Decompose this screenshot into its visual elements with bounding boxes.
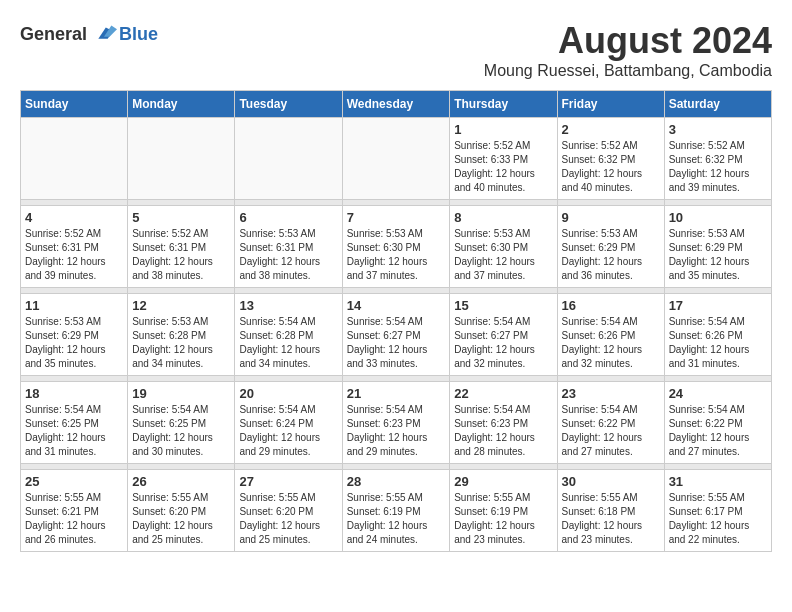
day-detail: Sunrise: 5:54 AM Sunset: 6:25 PM Dayligh…	[25, 403, 123, 459]
day-number: 29	[454, 474, 552, 489]
calendar-cell	[21, 118, 128, 200]
day-detail: Sunrise: 5:54 AM Sunset: 6:26 PM Dayligh…	[669, 315, 767, 371]
calendar-cell: 21Sunrise: 5:54 AM Sunset: 6:23 PM Dayli…	[342, 382, 450, 464]
calendar-header-friday: Friday	[557, 91, 664, 118]
day-detail: Sunrise: 5:54 AM Sunset: 6:25 PM Dayligh…	[132, 403, 230, 459]
day-number: 9	[562, 210, 660, 225]
title-area: August 2024 Moung Ruessei, Battambang, C…	[484, 20, 772, 80]
calendar-cell: 22Sunrise: 5:54 AM Sunset: 6:23 PM Dayli…	[450, 382, 557, 464]
calendar-cell: 29Sunrise: 5:55 AM Sunset: 6:19 PM Dayli…	[450, 470, 557, 552]
calendar-cell: 26Sunrise: 5:55 AM Sunset: 6:20 PM Dayli…	[128, 470, 235, 552]
calendar-cell: 12Sunrise: 5:53 AM Sunset: 6:28 PM Dayli…	[128, 294, 235, 376]
day-detail: Sunrise: 5:53 AM Sunset: 6:28 PM Dayligh…	[132, 315, 230, 371]
calendar-cell: 7Sunrise: 5:53 AM Sunset: 6:30 PM Daylig…	[342, 206, 450, 288]
day-number: 17	[669, 298, 767, 313]
calendar-cell	[128, 118, 235, 200]
calendar-week-3: 11Sunrise: 5:53 AM Sunset: 6:29 PM Dayli…	[21, 294, 772, 376]
day-detail: Sunrise: 5:54 AM Sunset: 6:23 PM Dayligh…	[347, 403, 446, 459]
logo: General Blue	[20, 20, 158, 48]
day-detail: Sunrise: 5:54 AM Sunset: 6:27 PM Dayligh…	[454, 315, 552, 371]
day-detail: Sunrise: 5:53 AM Sunset: 6:29 PM Dayligh…	[669, 227, 767, 283]
day-number: 1	[454, 122, 552, 137]
day-detail: Sunrise: 5:55 AM Sunset: 6:21 PM Dayligh…	[25, 491, 123, 547]
day-detail: Sunrise: 5:54 AM Sunset: 6:24 PM Dayligh…	[239, 403, 337, 459]
calendar-cell: 10Sunrise: 5:53 AM Sunset: 6:29 PM Dayli…	[664, 206, 771, 288]
logo-bird-icon	[89, 20, 117, 48]
day-detail: Sunrise: 5:53 AM Sunset: 6:29 PM Dayligh…	[562, 227, 660, 283]
day-number: 16	[562, 298, 660, 313]
day-number: 2	[562, 122, 660, 137]
day-number: 6	[239, 210, 337, 225]
calendar-cell: 5Sunrise: 5:52 AM Sunset: 6:31 PM Daylig…	[128, 206, 235, 288]
day-detail: Sunrise: 5:55 AM Sunset: 6:19 PM Dayligh…	[454, 491, 552, 547]
calendar-cell: 31Sunrise: 5:55 AM Sunset: 6:17 PM Dayli…	[664, 470, 771, 552]
day-detail: Sunrise: 5:55 AM Sunset: 6:18 PM Dayligh…	[562, 491, 660, 547]
day-number: 22	[454, 386, 552, 401]
day-number: 7	[347, 210, 446, 225]
day-detail: Sunrise: 5:52 AM Sunset: 6:32 PM Dayligh…	[669, 139, 767, 195]
day-detail: Sunrise: 5:53 AM Sunset: 6:31 PM Dayligh…	[239, 227, 337, 283]
day-detail: Sunrise: 5:54 AM Sunset: 6:23 PM Dayligh…	[454, 403, 552, 459]
calendar-header-saturday: Saturday	[664, 91, 771, 118]
day-detail: Sunrise: 5:54 AM Sunset: 6:27 PM Dayligh…	[347, 315, 446, 371]
day-detail: Sunrise: 5:54 AM Sunset: 6:26 PM Dayligh…	[562, 315, 660, 371]
calendar-week-1: 1Sunrise: 5:52 AM Sunset: 6:33 PM Daylig…	[21, 118, 772, 200]
day-number: 24	[669, 386, 767, 401]
logo-text-blue: Blue	[119, 24, 158, 45]
day-number: 14	[347, 298, 446, 313]
calendar-cell: 4Sunrise: 5:52 AM Sunset: 6:31 PM Daylig…	[21, 206, 128, 288]
day-detail: Sunrise: 5:55 AM Sunset: 6:17 PM Dayligh…	[669, 491, 767, 547]
day-detail: Sunrise: 5:54 AM Sunset: 6:28 PM Dayligh…	[239, 315, 337, 371]
day-detail: Sunrise: 5:55 AM Sunset: 6:19 PM Dayligh…	[347, 491, 446, 547]
calendar-cell: 14Sunrise: 5:54 AM Sunset: 6:27 PM Dayli…	[342, 294, 450, 376]
calendar-cell: 19Sunrise: 5:54 AM Sunset: 6:25 PM Dayli…	[128, 382, 235, 464]
day-number: 25	[25, 474, 123, 489]
calendar-cell: 27Sunrise: 5:55 AM Sunset: 6:20 PM Dayli…	[235, 470, 342, 552]
calendar-table: SundayMondayTuesdayWednesdayThursdayFrid…	[20, 90, 772, 552]
day-number: 28	[347, 474, 446, 489]
calendar-header-wednesday: Wednesday	[342, 91, 450, 118]
day-detail: Sunrise: 5:54 AM Sunset: 6:22 PM Dayligh…	[669, 403, 767, 459]
calendar-header-row: SundayMondayTuesdayWednesdayThursdayFrid…	[21, 91, 772, 118]
header: General Blue August 2024 Moung Ruessei, …	[20, 20, 772, 80]
day-number: 12	[132, 298, 230, 313]
day-number: 27	[239, 474, 337, 489]
day-number: 18	[25, 386, 123, 401]
day-detail: Sunrise: 5:53 AM Sunset: 6:29 PM Dayligh…	[25, 315, 123, 371]
calendar-header-tuesday: Tuesday	[235, 91, 342, 118]
calendar-header-thursday: Thursday	[450, 91, 557, 118]
calendar-cell: 11Sunrise: 5:53 AM Sunset: 6:29 PM Dayli…	[21, 294, 128, 376]
logo-text-general: General	[20, 24, 87, 45]
day-number: 5	[132, 210, 230, 225]
calendar-cell: 13Sunrise: 5:54 AM Sunset: 6:28 PM Dayli…	[235, 294, 342, 376]
calendar-header-monday: Monday	[128, 91, 235, 118]
day-number: 11	[25, 298, 123, 313]
calendar-cell: 3Sunrise: 5:52 AM Sunset: 6:32 PM Daylig…	[664, 118, 771, 200]
day-number: 15	[454, 298, 552, 313]
calendar-cell: 24Sunrise: 5:54 AM Sunset: 6:22 PM Dayli…	[664, 382, 771, 464]
calendar-week-2: 4Sunrise: 5:52 AM Sunset: 6:31 PM Daylig…	[21, 206, 772, 288]
calendar-header-sunday: Sunday	[21, 91, 128, 118]
day-number: 20	[239, 386, 337, 401]
calendar-cell: 6Sunrise: 5:53 AM Sunset: 6:31 PM Daylig…	[235, 206, 342, 288]
day-number: 13	[239, 298, 337, 313]
calendar-cell: 28Sunrise: 5:55 AM Sunset: 6:19 PM Dayli…	[342, 470, 450, 552]
calendar-cell	[235, 118, 342, 200]
day-number: 30	[562, 474, 660, 489]
calendar-cell: 1Sunrise: 5:52 AM Sunset: 6:33 PM Daylig…	[450, 118, 557, 200]
day-number: 21	[347, 386, 446, 401]
calendar-cell: 15Sunrise: 5:54 AM Sunset: 6:27 PM Dayli…	[450, 294, 557, 376]
day-detail: Sunrise: 5:52 AM Sunset: 6:31 PM Dayligh…	[132, 227, 230, 283]
day-detail: Sunrise: 5:55 AM Sunset: 6:20 PM Dayligh…	[239, 491, 337, 547]
calendar-cell: 2Sunrise: 5:52 AM Sunset: 6:32 PM Daylig…	[557, 118, 664, 200]
day-number: 23	[562, 386, 660, 401]
calendar-cell: 25Sunrise: 5:55 AM Sunset: 6:21 PM Dayli…	[21, 470, 128, 552]
day-detail: Sunrise: 5:55 AM Sunset: 6:20 PM Dayligh…	[132, 491, 230, 547]
day-number: 26	[132, 474, 230, 489]
calendar-cell: 18Sunrise: 5:54 AM Sunset: 6:25 PM Dayli…	[21, 382, 128, 464]
month-title: August 2024	[484, 20, 772, 62]
calendar-cell: 16Sunrise: 5:54 AM Sunset: 6:26 PM Dayli…	[557, 294, 664, 376]
calendar-cell: 8Sunrise: 5:53 AM Sunset: 6:30 PM Daylig…	[450, 206, 557, 288]
day-detail: Sunrise: 5:52 AM Sunset: 6:33 PM Dayligh…	[454, 139, 552, 195]
calendar-week-5: 25Sunrise: 5:55 AM Sunset: 6:21 PM Dayli…	[21, 470, 772, 552]
